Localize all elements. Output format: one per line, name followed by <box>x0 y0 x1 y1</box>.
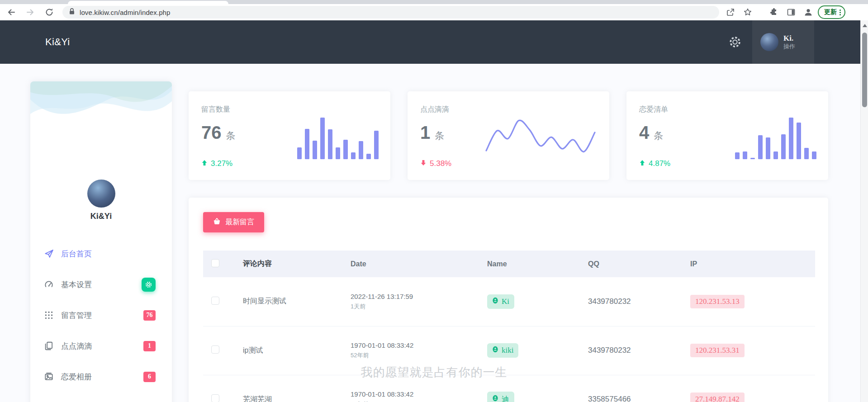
bookmark-star-icon[interactable] <box>743 7 753 17</box>
table-row: 芜湖芜湖 1970-01-01 08:33:4252年前 迪 335857546… <box>203 375 815 402</box>
latest-comments-button[interactable]: 最新留言 <box>203 212 264 232</box>
basket-icon <box>213 218 221 227</box>
stat-delta: 4.87% <box>639 159 816 168</box>
settings-gear-icon[interactable] <box>728 35 742 49</box>
sidebar-wave-decoration <box>30 81 172 131</box>
table-header-row: 评论内容DateNameQQIP <box>203 251 815 277</box>
stat-delta: 3.27% <box>201 159 378 168</box>
scrollbar-up-icon[interactable] <box>863 24 867 27</box>
column-header-3: Name <box>479 251 580 277</box>
user-menu[interactable]: Ki. 操作 <box>752 20 814 64</box>
stat-title: 点点滴滴 <box>420 105 597 114</box>
sidebar-item-label: 留言管理 <box>61 310 92 321</box>
grid-icon <box>44 310 54 320</box>
date-cell: 2022-11-26 13:17:591天前 <box>342 277 479 326</box>
forward-icon[interactable] <box>25 7 35 17</box>
person-icon <box>492 346 498 355</box>
select-all-cell <box>203 251 235 277</box>
select-all-checkbox[interactable] <box>211 259 219 267</box>
ip-cell: 120.231.53.31 <box>682 326 815 375</box>
ip-cell: 120.231.53.13 <box>682 277 815 326</box>
arrow-up-icon <box>639 159 645 168</box>
brand-logo[interactable]: Ki&Yi <box>45 20 70 64</box>
row-checkbox[interactable] <box>211 297 219 305</box>
sidebar-item-后台首页[interactable]: 后台首页 <box>30 238 172 269</box>
sidebar-item-留言管理[interactable]: 留言管理 76 <box>30 300 172 331</box>
stat-delta: 5.38% <box>420 159 597 168</box>
sidebar-item-label: 点点滴滴 <box>61 341 92 351</box>
user-avatar <box>760 33 778 51</box>
stat-value: 76 <box>201 123 222 142</box>
update-label: 更新 <box>824 8 837 16</box>
name-badge: Ki <box>487 294 514 309</box>
stat-unit: 条 <box>435 129 444 142</box>
share-icon[interactable] <box>726 7 735 17</box>
side-panel-icon[interactable] <box>786 7 796 17</box>
arrow-down-icon <box>420 159 427 168</box>
page-scrollbar[interactable] <box>860 20 868 402</box>
reload-icon[interactable] <box>44 7 54 17</box>
sidebar-item-恋爱清单[interactable]: 恋爱清单 4 <box>30 392 172 402</box>
count-badge: 6 <box>143 372 156 382</box>
qq-cell: 3439780232 <box>580 326 682 375</box>
profile-name: Ki&Yi <box>30 212 172 221</box>
stat-sparkline-chart <box>484 116 598 159</box>
arrow-up-icon <box>201 159 208 168</box>
stat-title: 留言数量 <box>201 105 378 114</box>
name-cell: kiki <box>479 326 580 375</box>
sidebar-menu: 后台首页 基本设置 留言管理 76 点点滴滴 1 恋爱相册 6 恋爱清单 4 关… <box>30 238 172 402</box>
scrollbar-thumb[interactable] <box>862 33 867 107</box>
sidebar-item-点点滴滴[interactable]: 点点滴滴 1 <box>30 331 172 361</box>
user-name: Ki. <box>783 33 795 43</box>
browser-toolbar: love.kikiw.cn/admin/index.php 更新 <box>0 4 868 20</box>
row-checkbox[interactable] <box>211 345 219 354</box>
stat-value: 1 <box>420 123 430 142</box>
row-checkbox[interactable] <box>211 394 219 402</box>
profile-avatar[interactable] <box>87 180 115 208</box>
settings-gear-badge[interactable] <box>142 278 156 292</box>
sidebar-item-基本设置[interactable]: 基本设置 <box>30 269 172 300</box>
date-cell: 1970-01-01 08:33:4252年前 <box>342 375 479 402</box>
menu-kebab-icon <box>840 9 841 15</box>
count-badge: 76 <box>143 310 156 321</box>
address-bar[interactable]: love.kikiw.cn/admin/index.php <box>62 6 719 19</box>
name-badge: kiki <box>487 343 518 358</box>
active-tab[interactable] <box>68 1 228 4</box>
person-icon <box>492 297 498 306</box>
photos-icon <box>44 372 54 382</box>
url-text: love.kikiw.cn/admin/index.php <box>80 9 171 16</box>
sidebar-item-label: 恋爱相册 <box>61 372 92 382</box>
qq-cell: 3358575466 <box>580 375 682 402</box>
back-icon[interactable] <box>6 7 16 17</box>
sidebar-item-label: 基本设置 <box>61 279 92 290</box>
table-row: 时间显示测试 2022-11-26 13:17:591天前 Ki 3439780… <box>203 277 815 326</box>
app-navbar: Ki&Yi Ki. 操作 <box>0 20 868 64</box>
extensions-icon[interactable] <box>769 7 779 17</box>
stat-title: 恋爱清单 <box>639 105 816 114</box>
comment-content-cell: 芜湖芜湖 <box>235 375 342 402</box>
profile-icon[interactable] <box>803 7 813 17</box>
ip-cell: 27.149.87.142 <box>682 375 815 402</box>
stat-unit: 条 <box>654 129 663 142</box>
ip-badge: 27.149.87.142 <box>690 393 745 402</box>
name-badge: 迪 <box>487 392 514 402</box>
name-cell: Ki <box>479 277 580 326</box>
column-header-4: QQ <box>580 251 682 277</box>
browser-tab-strip <box>0 0 868 4</box>
person-icon <box>492 395 498 402</box>
send-icon <box>44 249 54 259</box>
pages-icon <box>44 341 54 351</box>
latest-comments-label: 最新留言 <box>225 218 254 227</box>
stat-sparkline-chart <box>266 116 379 159</box>
ip-badge: 120.231.53.13 <box>690 295 745 308</box>
sidebar-item-label: 后台首页 <box>61 249 92 259</box>
comments-table: 评论内容DateNameQQIP 时间显示测试 2022-11-26 13:17… <box>203 251 815 402</box>
chrome-update-button[interactable]: 更新 <box>818 5 845 19</box>
date-cell: 1970-01-01 08:33:4252年前 <box>342 326 479 375</box>
sidebar: Ki&Yi 后台首页 基本设置 留言管理 76 点点滴滴 1 恋爱相册 6 恋爱… <box>30 81 172 402</box>
gauge-icon <box>44 279 54 289</box>
table-row: ip测试 1970-01-01 08:33:4252年前 kiki 343978… <box>203 326 815 375</box>
comment-content-cell: 时间显示测试 <box>235 277 342 326</box>
sidebar-item-恋爱相册[interactable]: 恋爱相册 6 <box>30 361 172 392</box>
latest-comments-card: 最新留言 评论内容DateNameQQIP 时间显示测试 2022-11-26 … <box>189 198 828 402</box>
